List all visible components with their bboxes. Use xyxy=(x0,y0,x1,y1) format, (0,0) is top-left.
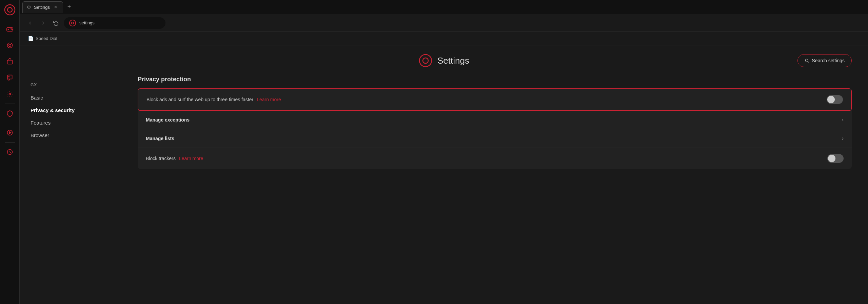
block-ads-row: Block ads and surf the web up to three t… xyxy=(138,88,852,111)
settings-header: Settings Search settings xyxy=(20,45,868,73)
settings-title-area: Settings xyxy=(418,53,469,68)
svg-line-20 xyxy=(808,62,809,63)
toggle-knob xyxy=(827,96,835,103)
settings-tab-label: Settings xyxy=(34,5,50,10)
sidebar-section-gx: GX xyxy=(20,80,121,90)
svg-rect-9 xyxy=(7,60,12,64)
svg-point-17 xyxy=(419,55,432,67)
address-input[interactable]: settings xyxy=(64,17,165,29)
sidebar-item-basic[interactable]: Basic xyxy=(20,91,121,104)
block-trackers-label: Block trackers Learn more xyxy=(146,156,203,161)
home-icon[interactable] xyxy=(2,38,17,53)
opera-logo-icon[interactable] xyxy=(0,0,20,20)
manage-exceptions-row[interactable]: Manage exceptions › xyxy=(138,111,852,129)
svg-point-8 xyxy=(8,44,11,47)
speed-dial-label: Speed Dial xyxy=(36,36,57,41)
settings-opera-logo xyxy=(418,53,433,68)
twitch-icon[interactable] xyxy=(2,70,17,85)
privacy-card: Block ads and surf the web up to three t… xyxy=(138,88,852,169)
toggle-knob-2 xyxy=(828,155,835,162)
search-settings-label: Search settings xyxy=(812,58,845,63)
sidebar-item-privacy-security[interactable]: Privacy & security xyxy=(20,104,121,116)
bag-icon[interactable] xyxy=(2,54,17,69)
block-ads-learn-more[interactable]: Learn more xyxy=(257,97,281,102)
icon-sidebar xyxy=(0,0,20,304)
settings-body: GX Basic Privacy & security Features Bro… xyxy=(20,73,868,304)
sidebar-item-features[interactable]: Features xyxy=(20,116,121,129)
manage-lists-row[interactable]: Manage lists › xyxy=(138,129,852,148)
block-ads-toggle[interactable] xyxy=(827,95,843,104)
svg-point-18 xyxy=(423,58,428,63)
speed-dial-bar: 📄 Speed Dial xyxy=(20,32,868,45)
search-settings-button[interactable]: Search settings xyxy=(797,54,852,67)
tab-close-button[interactable]: ✕ xyxy=(53,4,59,10)
manage-lists-chevron: › xyxy=(842,135,844,142)
svg-point-19 xyxy=(805,59,808,62)
block-trackers-action xyxy=(827,154,844,163)
back-button[interactable] xyxy=(25,18,35,28)
sidebar-item-browser[interactable]: Browser xyxy=(20,129,121,142)
block-ads-action xyxy=(827,95,843,104)
svg-point-7 xyxy=(7,43,12,48)
block-trackers-toggle[interactable] xyxy=(827,154,844,163)
block-trackers-row: Block trackers Learn more xyxy=(138,148,852,169)
address-text: settings xyxy=(79,20,95,25)
settings-area: Settings Search settings GX Basic Privac… xyxy=(20,45,868,304)
search-icon xyxy=(805,58,809,63)
divider-3 xyxy=(5,142,15,143)
speed-dial-item[interactable]: 📄 Speed Dial xyxy=(25,35,60,43)
media-icon[interactable] xyxy=(2,125,17,140)
svg-line-22 xyxy=(851,94,852,101)
block-ads-label: Block ads and surf the web up to three t… xyxy=(146,97,281,102)
browser-main: ⚙ Settings ✕ + settings xyxy=(20,0,868,304)
vpn-icon[interactable] xyxy=(2,106,17,121)
svg-point-6 xyxy=(12,29,12,30)
settings-icon[interactable] xyxy=(2,87,17,102)
speed-dial-icon: 📄 xyxy=(28,36,34,41)
svg-point-5 xyxy=(11,28,11,29)
divider-2 xyxy=(5,123,15,123)
settings-page-title: Settings xyxy=(437,56,469,66)
settings-tab-icon: ⚙ xyxy=(27,4,31,10)
annotation-arrow xyxy=(844,88,852,108)
manage-exceptions-chevron: › xyxy=(842,117,844,123)
svg-point-1 xyxy=(7,7,12,12)
block-trackers-learn-more[interactable]: Learn more xyxy=(179,156,203,161)
manage-lists-label: Manage lists xyxy=(146,136,174,141)
privacy-section-title: Privacy protection xyxy=(138,76,852,83)
game-controller-icon[interactable] xyxy=(2,22,17,37)
svg-point-13 xyxy=(9,93,11,95)
forward-button[interactable] xyxy=(38,18,48,28)
settings-sidebar: GX Basic Privacy & security Features Bro… xyxy=(20,73,121,304)
address-bar: settings xyxy=(20,14,868,32)
clock-icon[interactable] xyxy=(2,145,17,159)
settings-main-content: Privacy protection Block ads and surf th… xyxy=(121,73,868,304)
divider-1 xyxy=(5,104,15,104)
settings-tab[interactable]: ⚙ Settings ✕ xyxy=(22,1,63,13)
svg-point-0 xyxy=(5,5,15,15)
manage-exceptions-label: Manage exceptions xyxy=(146,117,190,123)
tab-bar: ⚙ Settings ✕ + xyxy=(20,0,868,14)
svg-marker-15 xyxy=(9,132,11,134)
reload-button[interactable] xyxy=(51,18,61,28)
new-tab-button[interactable]: + xyxy=(64,2,74,12)
opera-o-logo xyxy=(69,20,76,26)
